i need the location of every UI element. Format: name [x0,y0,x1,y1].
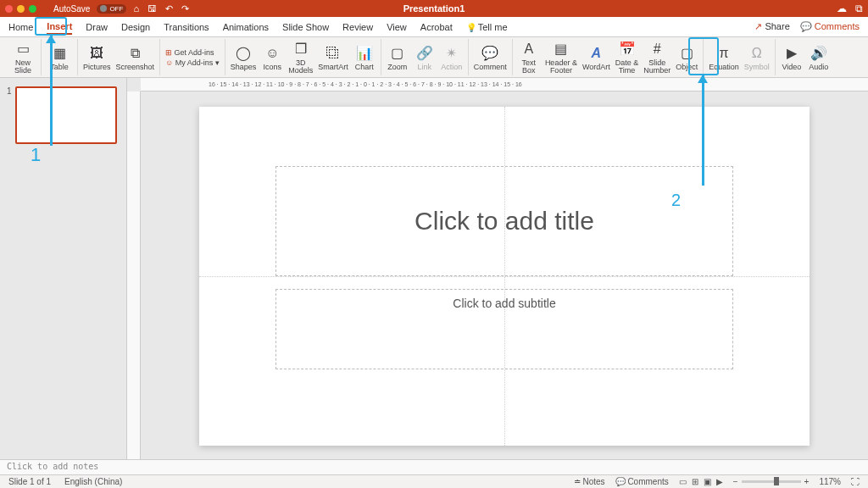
pictures-icon: 🖼 [87,44,106,63]
chart-button[interactable]: 📊Chart [353,44,376,71]
zoom-percent[interactable]: 117% [819,477,841,486]
tab-animations[interactable]: Animations [223,20,269,34]
audio-button[interactable]: 🔊Audio [808,44,830,71]
action-button[interactable]: ✴Action [441,44,463,71]
tab-view[interactable]: View [387,20,407,34]
link-icon: 🔗 [415,44,434,63]
smartart-icon: ⿻ [324,44,342,63]
reading-view-icon[interactable]: ▣ [704,477,711,486]
tab-review[interactable]: Review [342,20,373,34]
table-icon: ▦ [50,44,69,63]
guide-vertical [504,107,505,446]
status-slide-number: Slide 1 of 1 [8,477,51,486]
fit-window-icon[interactable]: ⛶ [851,477,860,486]
tell-me-search[interactable]: Tell me [466,20,508,34]
new-slide-button[interactable]: ▭New Slide [10,40,36,75]
tab-home[interactable]: Home [8,20,33,34]
date-icon: 📅 [618,40,637,58]
comments-button[interactable]: Comments [800,21,860,32]
chart-icon: 📊 [355,44,374,63]
get-addins-button[interactable]: Get Add-ins [165,48,220,57]
annotation-arrow-2 [702,75,704,186]
status-comments-button[interactable]: 💬 Comments [615,477,669,486]
smartart-button[interactable]: ⿻SmartArt [318,44,348,71]
sorter-view-icon[interactable]: ⊞ [692,477,698,486]
slide-number-button[interactable]: #Slide Number [643,40,670,75]
zoom-out-icon[interactable]: − [733,477,738,486]
vertical-ruler[interactable] [127,92,141,459]
link-button[interactable]: 🔗Link [414,44,436,71]
zoom-in-icon[interactable]: + [804,477,810,486]
slide-thumbnail-panel[interactable]: 1 [0,78,127,459]
slideshow-view-icon[interactable]: ▶ [716,477,723,486]
tab-acrobat[interactable]: Acrobat [420,20,453,34]
window-title: Presentation1 [0,3,868,14]
tab-insert[interactable]: Insert [47,19,72,35]
horizontal-ruler[interactable]: 16 · 15 · 14 · 13 · 12 · 11 · 10 · 9 · 8… [141,78,868,92]
tab-draw[interactable]: Draw [86,20,108,34]
status-bar: Slide 1 of 1 English (China) ≐ Notes 💬 C… [0,474,868,488]
zoom-icon: ▢ [388,44,407,63]
title-placeholder[interactable]: Click to add title [275,166,733,276]
zoom-button[interactable]: ▢Zoom [387,44,409,71]
slide-thumbnail-1[interactable] [15,86,117,144]
ribbon-insert: ▭New Slide ▦Table 🖼Pictures ⧉Screenshot … [0,37,868,78]
symbol-button[interactable]: ΩSymbol [744,44,770,71]
annotation-label-1: 1 [31,144,41,166]
object-button[interactable]: ▢Object [676,44,698,71]
icons-icon: ☺ [263,44,281,63]
shapes-icon: ◯ [234,44,253,63]
audio-icon: 🔊 [810,44,828,63]
tab-slideshow[interactable]: Slide Show [282,20,329,34]
subtitle-placeholder[interactable]: Click to add subtitle [275,289,733,369]
wordart-icon: A [587,44,605,63]
equation-button[interactable]: πEquation [709,44,739,71]
thumbnail-number: 1 [7,86,12,144]
new-slide-icon: ▭ [14,40,32,58]
screenshot-icon: ⧉ [125,44,144,63]
normal-view-icon[interactable]: ▭ [679,477,687,486]
header-footer-button[interactable]: ▤Header & Footer [545,40,577,75]
textbox-button[interactable]: AText Box [518,40,540,75]
icons-button[interactable]: ☺Icons [261,44,283,71]
3d-icon: ❒ [292,40,310,58]
status-notes-button[interactable]: ≐ Notes [574,477,605,486]
slide-canvas[interactable]: Click to add title Click to add subtitle [199,107,810,446]
share-button[interactable]: Share [754,21,789,32]
header-icon: ▤ [552,40,570,58]
notes-pane[interactable]: Click to add notes [0,459,868,474]
annotation-arrow-1 [50,36,53,146]
3d-models-button[interactable]: ❒3D Models [288,40,313,75]
object-icon: ▢ [677,44,696,63]
slideno-icon: # [648,40,666,58]
comment-icon: 💬 [481,44,499,63]
tab-design[interactable]: Design [121,20,150,34]
zoom-slider[interactable]: − + [733,477,810,486]
video-button[interactable]: ▶Video [781,44,803,71]
screenshot-button[interactable]: ⧉Screenshot [116,44,155,71]
date-time-button[interactable]: 📅Date & Time [615,40,639,75]
slide-editor: 16 · 15 · 14 · 13 · 12 · 11 · 10 · 9 · 8… [127,78,868,459]
shapes-button[interactable]: ◯Shapes [231,44,257,71]
pictures-button[interactable]: 🖼Pictures [83,44,111,71]
ribbon-tabs: Home Insert Draw Design Transitions Anim… [0,17,868,37]
my-addins-button[interactable]: My Add-ins ▾ [165,58,220,67]
comment-button[interactable]: 💬Comment [474,44,507,71]
textbox-icon: A [520,40,538,58]
annotation-label-2: 2 [671,191,681,210]
status-language[interactable]: English (China) [64,477,122,486]
symbol-icon: Ω [748,44,766,63]
title-bar: AutoSave OFF ⌂ 🖫 ↶ ↷ Presentation1 ☁ ⧉ [0,0,868,17]
action-icon: ✴ [442,44,461,63]
equation-icon: π [715,44,733,63]
tab-transitions[interactable]: Transitions [164,20,209,34]
wordart-button[interactable]: AWordArt [582,44,610,71]
video-icon: ▶ [782,44,801,63]
main-area: 1 16 · 15 · 14 · 13 · 12 · 11 · 10 · 9 ·… [0,78,868,459]
